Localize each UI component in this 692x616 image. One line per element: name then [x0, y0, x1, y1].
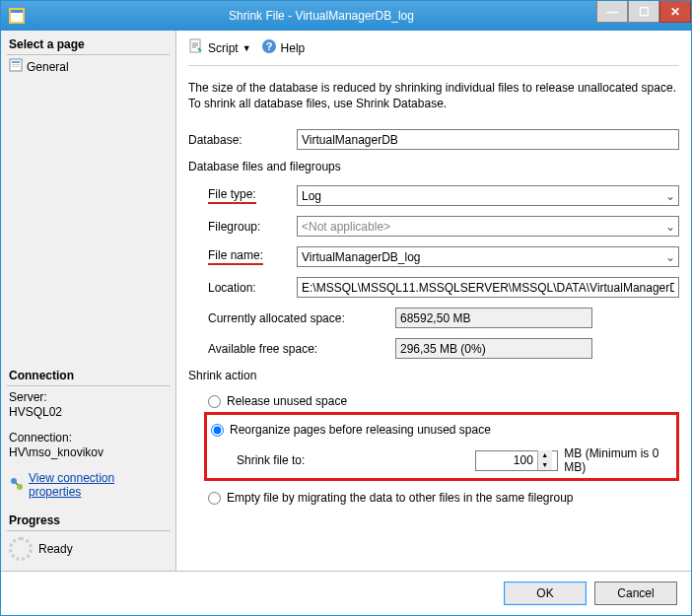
- file-type-label: File type:: [208, 187, 297, 204]
- filegroup-label: Filegroup:: [208, 220, 297, 234]
- chevron-down-icon: ⌄: [662, 189, 678, 203]
- maximize-button[interactable]: ☐: [628, 1, 659, 23]
- file-name-value: VirtualManagerDB_log: [302, 250, 421, 264]
- script-label: Script: [208, 41, 239, 55]
- svg-rect-4: [12, 61, 20, 63]
- progress-spinner-icon: [9, 537, 33, 561]
- main-content: Script ▼ ? Help The size of the database…: [176, 31, 691, 571]
- location-field[interactable]: [297, 277, 679, 298]
- file-type-value: Log: [302, 189, 321, 203]
- script-icon: [188, 38, 204, 57]
- view-connection-link[interactable]: View connection properties: [29, 471, 168, 499]
- shrink-to-spinner[interactable]: ▲ ▼: [475, 450, 558, 471]
- svg-rect-6: [12, 66, 20, 67]
- window-title: Shrink File - VirtualManagerDB_log: [0, 9, 691, 23]
- help-label: Help: [281, 41, 306, 55]
- shrink-to-label: Shrink file to:: [237, 453, 357, 467]
- svg-text:?: ?: [265, 40, 272, 52]
- spin-up-icon[interactable]: ▲: [538, 450, 552, 460]
- radio-release[interactable]: [208, 395, 221, 408]
- radio-empty[interactable]: [208, 492, 221, 505]
- chevron-down-icon: ⌄: [662, 220, 678, 234]
- connection-label: Connection:: [9, 431, 168, 445]
- select-page-header: Select a page: [7, 34, 170, 55]
- radio-reorganize-row[interactable]: Reorganize pages before releasing unused…: [207, 419, 676, 441]
- file-name-label: File name:: [208, 248, 297, 265]
- spin-down-icon[interactable]: ▼: [538, 460, 552, 470]
- cancel-button[interactable]: Cancel: [594, 582, 677, 605]
- filegroup-value: <Not applicable>: [302, 220, 390, 234]
- progress-header: Progress: [7, 511, 170, 531]
- radio-empty-label: Empty file by migrating the data to othe…: [227, 491, 574, 505]
- radio-empty-row[interactable]: Empty file by migrating the data to othe…: [188, 487, 679, 509]
- free-value: 296,35 MB (0%): [395, 338, 592, 359]
- sidebar-item-label: General: [27, 60, 69, 74]
- page-icon: [9, 58, 23, 75]
- allocated-label: Currently allocated space:: [188, 311, 395, 325]
- location-label: Location:: [208, 281, 297, 295]
- radio-release-row[interactable]: Release unused space: [188, 390, 679, 412]
- connection-header: Connection: [7, 366, 170, 386]
- connection-icon: [9, 476, 25, 495]
- server-value: HVSQL02: [9, 405, 168, 419]
- radio-reorganize-label: Reorganize pages before releasing unused…: [230, 423, 491, 437]
- minimize-button[interactable]: —: [596, 1, 628, 23]
- free-label: Available free space:: [188, 342, 395, 356]
- files-section-label: Database files and filegroups: [188, 160, 679, 173]
- database-field[interactable]: [297, 129, 679, 150]
- ok-button[interactable]: OK: [504, 582, 587, 605]
- radio-reorganize[interactable]: [211, 424, 224, 437]
- left-panel: Select a page General Connection Server:…: [1, 31, 176, 571]
- chevron-down-icon: ▼: [242, 43, 251, 53]
- description-text: The size of the database is reduced by s…: [188, 80, 679, 111]
- titlebar: Shrink File - VirtualManagerDB_log — ☐ ✕: [1, 1, 691, 31]
- shrink-to-input[interactable]: [476, 453, 537, 467]
- help-button[interactable]: ? Help: [261, 38, 306, 57]
- dialog-footer: OK Cancel: [1, 571, 691, 615]
- shrink-to-suffix: MB (Minimum is 0 MB): [564, 446, 676, 474]
- connection-value: HV\mso_knovikov: [9, 445, 168, 459]
- allocated-value: 68592,50 MB: [395, 308, 592, 328]
- server-label: Server:: [9, 390, 168, 404]
- file-type-select[interactable]: Log ⌄: [297, 185, 679, 206]
- svg-line-9: [16, 483, 18, 485]
- script-button[interactable]: Script ▼: [188, 38, 251, 57]
- help-icon: ?: [261, 38, 277, 57]
- highlighted-option: Reorganize pages before releasing unused…: [204, 412, 679, 481]
- chevron-down-icon: ⌄: [662, 250, 678, 264]
- svg-rect-5: [12, 64, 20, 65]
- filegroup-select: <Not applicable> ⌄: [297, 216, 679, 237]
- close-button[interactable]: ✕: [659, 1, 691, 23]
- progress-status: Ready: [38, 542, 73, 556]
- shrink-action-label: Shrink action: [188, 369, 679, 382]
- file-name-select[interactable]: VirtualManagerDB_log ⌄: [297, 246, 679, 267]
- radio-release-label: Release unused space: [227, 394, 347, 408]
- sidebar-item-general[interactable]: General: [7, 55, 170, 78]
- database-label: Database:: [188, 133, 297, 147]
